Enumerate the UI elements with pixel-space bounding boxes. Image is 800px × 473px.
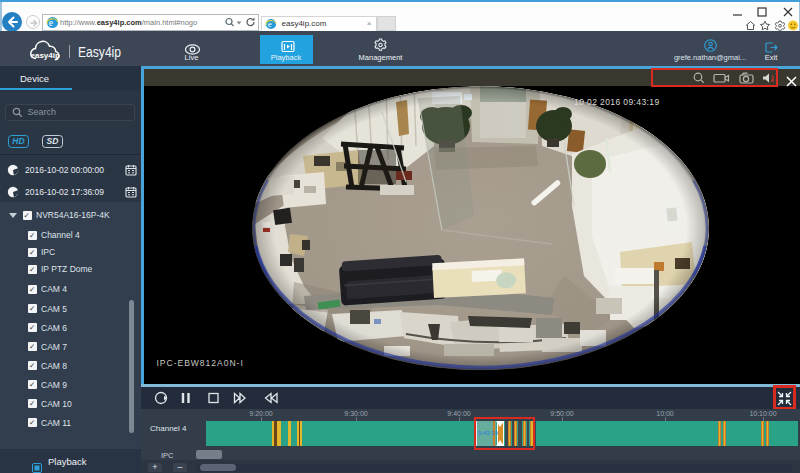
svg-text:easy4ip: easy4ip <box>31 50 60 59</box>
